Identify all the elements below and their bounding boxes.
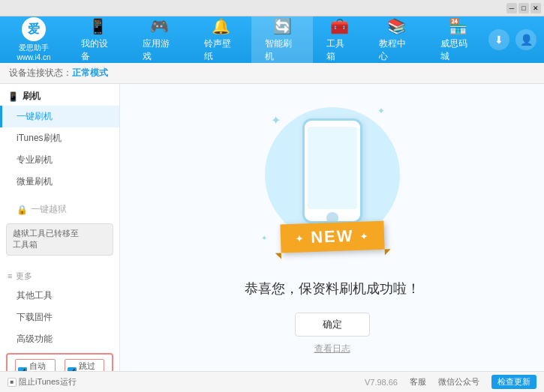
phone-home-button xyxy=(326,212,338,223)
nav-weisi-store[interactable]: 🏪 威思码城 xyxy=(427,16,488,63)
jailbreak-section-label: 一键越狱 xyxy=(31,203,67,216)
main-content: ✦ ✦ ✦ ✦ NEW ✦ 恭喜您，保资料刷机 xyxy=(120,84,544,371)
sparkle-top-right: ✦ xyxy=(377,106,385,116)
status-value: 正常模式 xyxy=(72,67,108,79)
nav-ringtones-label: 铃声壁纸 xyxy=(204,37,239,63)
more-section-label: 更多 xyxy=(16,271,32,282)
nav-tutorial-label: 教程中心 xyxy=(379,37,413,63)
update-button[interactable]: 检查更新 xyxy=(491,375,536,389)
version-text: V7.98.66 xyxy=(365,378,398,387)
more-section-header: ≡ 更多 xyxy=(0,265,119,285)
success-message: 恭喜您，保资料刷机成功啦！ xyxy=(245,280,420,298)
titlebar: ─ □ ✕ xyxy=(0,0,544,16)
sidebar-item-pro-flash[interactable]: 专业刷机 xyxy=(0,149,119,171)
my-device-icon: 📱 xyxy=(89,17,107,35)
user-button[interactable]: 👤 xyxy=(515,29,536,50)
sidebar-item-download-firmware[interactable]: 下载固件 xyxy=(0,307,119,328)
nav-weisi-store-label: 威思码城 xyxy=(440,37,475,63)
nav-smart-flash-label: 智能刷机 xyxy=(265,37,299,63)
stop-itunes-label: 阻止iTunes运行 xyxy=(19,376,77,388)
new-badge-container: ✦ NEW ✦ xyxy=(257,223,407,251)
auto-jump-label[interactable]: 自动跳过 xyxy=(15,359,56,371)
sidebar-item-itunes-flash[interactable]: iTunes刷机 xyxy=(0,127,119,149)
logo-text: 爱思助手 www.i4.cn xyxy=(17,43,50,62)
nav-app-games[interactable]: 🎮 应用游戏 xyxy=(129,16,191,63)
bottom-bar: ■ 阻止iTunes运行 V7.98.66 客服 微信公众号 检查更新 xyxy=(0,371,544,392)
auto-jump-checkbox[interactable] xyxy=(18,367,27,371)
nav-items: 📱 我的设备 🎮 应用游戏 🔔 铃声壁纸 🔄 智能刷机 🧰 工具箱 📚 教程中心… xyxy=(68,16,488,63)
toolbox-icon: 🧰 xyxy=(330,17,349,35)
nav-app-games-label: 应用游戏 xyxy=(143,37,177,63)
flash-section-label: 刷机 xyxy=(23,90,41,103)
nav-ringtones[interactable]: 🔔 铃声壁纸 xyxy=(191,16,252,63)
nav-my-device[interactable]: 📱 我的设备 xyxy=(68,16,129,63)
re-flash-link[interactable]: 查看日志 xyxy=(314,343,350,355)
stop-itunes-button[interactable]: ■ 阻止iTunes运行 xyxy=(8,376,77,388)
status-label: 设备连接状态： xyxy=(9,67,72,79)
skip-wizard-checkbox[interactable] xyxy=(68,367,77,371)
phone-body xyxy=(302,118,362,223)
nav-toolbox[interactable]: 🧰 工具箱 xyxy=(313,16,365,63)
auto-jump-text: 自动跳过 xyxy=(29,361,53,371)
skip-wizard-text: 跳过向导 xyxy=(79,361,102,371)
main-layout: 📱 刷机 一键刷机 iTunes刷机 专业刷机 微量刷机 🔒 一键越狱 越狱工具… xyxy=(0,84,544,371)
flash-section-icon: 📱 xyxy=(8,91,19,102)
weisi-store-icon: 🏪 xyxy=(449,17,467,35)
tutorial-icon: 📚 xyxy=(387,17,406,35)
bottom-left-section: ■ 阻止iTunes运行 xyxy=(8,376,77,388)
nav-smart-flash[interactable]: 🔄 智能刷机 xyxy=(251,16,313,63)
wechat-link[interactable]: 微信公众号 xyxy=(438,376,479,388)
nav-tutorial[interactable]: 📚 教程中心 xyxy=(365,16,427,63)
maximize-button[interactable]: □ xyxy=(518,3,529,13)
logo-area: 爱 爱思助手 www.i4.cn xyxy=(0,16,68,63)
sidebar-item-one-click-flash[interactable]: 一键刷机 xyxy=(0,106,119,127)
more-section-icon: ≡ xyxy=(8,271,12,280)
sidebar-item-other-tools[interactable]: 其他工具 xyxy=(0,285,119,307)
sparkle-top-left: ✦ xyxy=(271,113,281,127)
phone-illustration: ✦ ✦ ✦ ✦ NEW ✦ xyxy=(257,100,407,265)
download-button[interactable]: ⬇ xyxy=(488,29,509,50)
checkbox-row: 自动跳过 跳过向导 xyxy=(6,353,113,371)
ribbon-left-tail xyxy=(275,253,281,259)
app-games-icon: 🎮 xyxy=(150,17,169,35)
sidebar: 📱 刷机 一键刷机 iTunes刷机 专业刷机 微量刷机 🔒 一键越狱 越狱工具… xyxy=(0,84,120,371)
close-button[interactable]: ✕ xyxy=(530,3,541,13)
nav-right-actions: ⬇ 👤 xyxy=(488,29,544,50)
flash-section-header: 📱 刷机 xyxy=(0,84,119,106)
nav-toolbox-label: 工具箱 xyxy=(326,37,352,63)
bottom-right-section: V7.98.66 客服 微信公众号 检查更新 xyxy=(365,375,536,389)
top-navigation: 爱 爱思助手 www.i4.cn 📱 我的设备 🎮 应用游戏 🔔 铃声壁纸 🔄 … xyxy=(0,16,544,63)
status-bar: 设备连接状态： 正常模式 xyxy=(0,63,544,84)
minimize-button[interactable]: ─ xyxy=(506,3,517,13)
stop-itunes-icon: ■ xyxy=(8,378,17,387)
sidebar-jailbreak-section: 🔒 一键越狱 xyxy=(0,199,119,220)
skip-wizard-label[interactable]: 跳过向导 xyxy=(65,359,105,371)
jailbreak-notice: 越狱工具已转移至工具箱 xyxy=(6,223,113,256)
ribbon-right-tail xyxy=(384,249,390,255)
nav-my-device-label: 我的设备 xyxy=(81,37,116,63)
sidebar-item-advanced[interactable]: 高级功能 xyxy=(0,328,119,350)
sidebar-item-micro-flash[interactable]: 微量刷机 xyxy=(0,171,119,193)
lock-icon: 🔒 xyxy=(17,205,28,215)
new-badge: ✦ NEW ✦ xyxy=(280,221,384,253)
smart-flash-icon: 🔄 xyxy=(273,17,292,35)
phone-screen xyxy=(308,127,357,209)
logo-icon: 爱 xyxy=(22,17,46,41)
confirm-button[interactable]: 确定 xyxy=(295,313,370,337)
ringtones-icon: 🔔 xyxy=(212,17,230,35)
service-link[interactable]: 客服 xyxy=(410,376,426,388)
